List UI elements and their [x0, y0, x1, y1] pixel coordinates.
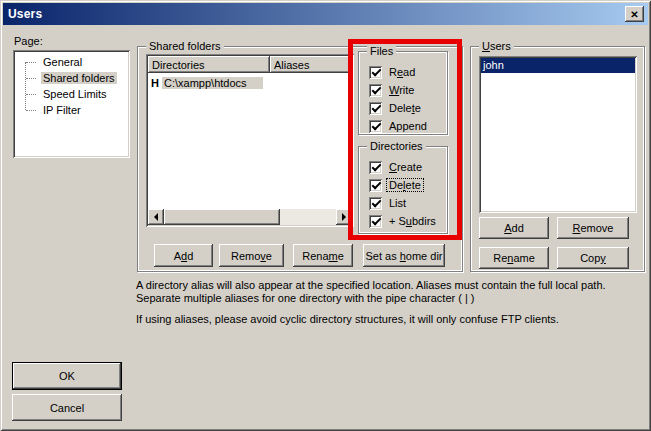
scroll-right-button[interactable] — [336, 209, 352, 225]
alias-help-paragraph-1: A directory alias will also appear at th… — [136, 279, 643, 305]
shared-rename-button[interactable]: Rename — [293, 244, 353, 267]
home-dir-marker: H — [148, 77, 162, 89]
user-copy-button[interactable]: Copy — [557, 247, 629, 269]
tree-item-general[interactable]: General — [15, 54, 128, 70]
shared-folders-listview[interactable]: Directories Aliases H C:\xampp\htdocs — [146, 54, 354, 227]
checkbox-create[interactable]: Create — [369, 160, 424, 174]
directories-permissions-group: Directories Create Delete List + Subdirs — [358, 146, 448, 234]
scrollbar-track[interactable] — [280, 209, 336, 225]
shared-folders-group-label: Shared folders — [146, 40, 224, 52]
files-permissions-group: Files Read Write Delete Append — [358, 51, 448, 135]
scrollbar-thumb[interactable] — [164, 209, 280, 225]
append-checkbox-icon[interactable] — [369, 120, 382, 133]
directory-cell: C:\xampp\htdocs — [162, 77, 263, 89]
scroll-left-button[interactable] — [148, 209, 164, 225]
list-checkbox-icon[interactable] — [369, 197, 382, 210]
tree-item-shared-folders[interactable]: Shared folders — [15, 70, 128, 86]
user-add-button[interactable]: Add — [479, 217, 549, 239]
write-checkbox-icon[interactable] — [369, 84, 382, 97]
column-header-directories[interactable]: Directories — [148, 56, 270, 73]
shared-add-button[interactable]: Add — [154, 244, 213, 267]
directories-group-label: Directories — [367, 140, 426, 152]
users-group: Users john Add Remove Rename Copy — [470, 46, 645, 272]
window-title: Users — [8, 7, 42, 21]
listview-header: Directories Aliases — [148, 56, 352, 73]
table-row[interactable]: H C:\xampp\htdocs — [148, 75, 352, 90]
scroll-left-icon — [154, 213, 158, 221]
create-checkbox-icon[interactable] — [369, 161, 382, 174]
column-header-aliases[interactable]: Aliases — [270, 56, 352, 73]
scroll-right-icon — [342, 213, 346, 221]
tree-item-speed-limits[interactable]: Speed Limits — [15, 86, 128, 102]
users-list[interactable]: john — [479, 56, 637, 213]
ok-button[interactable]: OK — [12, 362, 122, 390]
files-group-label: Files — [367, 45, 396, 57]
alias-help-paragraph-2: If using aliases, please avoid cyclic di… — [136, 313, 643, 326]
user-remove-button[interactable]: Remove — [557, 217, 629, 239]
list-item-user[interactable]: john — [481, 58, 635, 73]
tree-item-ip-filter[interactable]: IP Filter — [15, 102, 128, 118]
close-icon: ✕ — [630, 9, 638, 20]
checkbox-subdirs[interactable]: + Subdirs — [369, 214, 438, 228]
checkbox-write[interactable]: Write — [369, 83, 416, 97]
checkbox-read[interactable]: Read — [369, 65, 417, 79]
listview-body: H C:\xampp\htdocs — [148, 73, 352, 209]
shared-remove-button[interactable]: Remove — [219, 244, 284, 267]
checkbox-file-delete[interactable]: Delete — [369, 101, 423, 115]
checkbox-list[interactable]: List — [369, 196, 408, 210]
alias-help-text: A directory alias will also appear at th… — [136, 279, 643, 326]
subdirs-checkbox-icon[interactable] — [369, 215, 382, 228]
page-list[interactable]: General Shared folders Speed Limits IP F… — [13, 50, 130, 158]
shared-folders-group: Shared folders Directories Aliases H C:\… — [137, 46, 463, 272]
user-rename-button[interactable]: Rename — [479, 247, 549, 269]
close-button[interactable]: ✕ — [625, 6, 644, 22]
set-as-home-dir-button[interactable]: Set as home dir — [363, 244, 445, 267]
checkbox-append[interactable]: Append — [369, 119, 429, 133]
users-group-label: Users — [479, 40, 514, 52]
checkbox-dir-delete[interactable]: Delete — [369, 178, 423, 192]
cancel-button[interactable]: Cancel — [12, 394, 122, 421]
read-checkbox-icon[interactable] — [369, 66, 382, 79]
horizontal-scrollbar[interactable] — [148, 209, 352, 225]
page-tree: General Shared folders Speed Limits IP F… — [15, 54, 128, 118]
users-dialog: Users ✕ Page: General Shared folders Spe… — [0, 0, 651, 431]
titlebar[interactable]: Users ✕ — [3, 3, 648, 25]
dir-delete-checkbox-icon[interactable] — [369, 179, 382, 192]
file-delete-checkbox-icon[interactable] — [369, 102, 382, 115]
page-label: Page: — [14, 35, 43, 47]
